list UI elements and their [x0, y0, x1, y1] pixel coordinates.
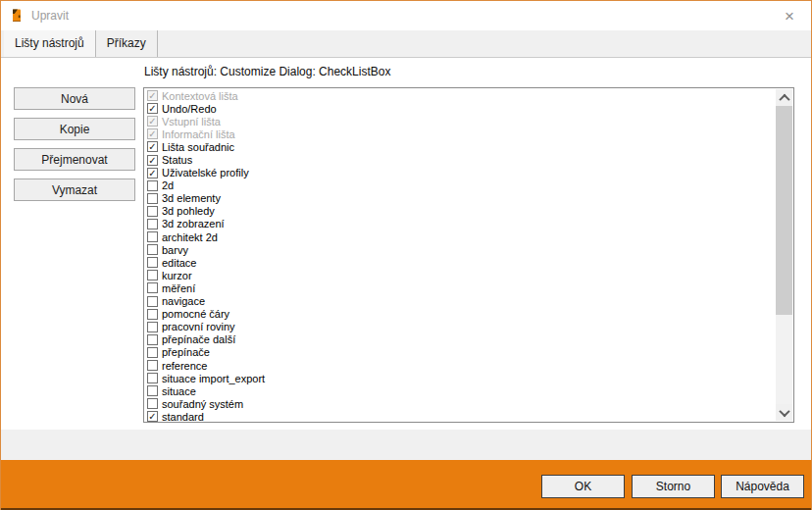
checklist-item[interactable]: situace — [144, 384, 776, 397]
checklist-item-label: přepínače další — [162, 333, 235, 345]
checklist-item[interactable]: ✓ Undo/Redo — [144, 102, 776, 115]
checklist-item-label: 2d — [162, 179, 174, 191]
checklist-item-label: měření — [162, 282, 195, 294]
help-button[interactable]: Nápověda — [721, 475, 804, 498]
footer-bar: OK Storno Nápověda — [1, 460, 811, 510]
checklist-item-label: editace — [162, 257, 196, 269]
delete-button[interactable]: Vymazat — [14, 178, 135, 201]
checklist-item[interactable]: pomocné čáry — [144, 308, 776, 321]
checklist-caption: Lišty nástrojů: Customize Dialog: CheckL… — [144, 65, 390, 78]
footer-spacer — [1, 430, 811, 460]
checkbox[interactable] — [147, 180, 158, 191]
checklist-rows: ✓ Kontextová lišta ✓ Undo/Redo ✓ Vstupní… — [144, 89, 776, 423]
checkbox[interactable]: ✓ — [147, 168, 158, 178]
checkbox[interactable]: ✓ — [147, 128, 158, 139]
checklist-item-label: souřadný systém — [162, 398, 243, 410]
checklist-item-label: standard — [162, 411, 204, 423]
checkbox[interactable]: ✓ — [147, 90, 158, 101]
scrollbar[interactable] — [776, 89, 792, 421]
checklist-item[interactable]: ✓ standard — [144, 410, 776, 423]
checklist: ✓ Kontextová lišta ✓ Undo/Redo ✓ Vstupní… — [143, 87, 794, 423]
chevron-up-icon — [779, 93, 789, 104]
checklist-item-label: Kontextová lišta — [162, 90, 238, 102]
checklist-item-label: Vstupní lišta — [162, 116, 221, 128]
dialog-window: Upravit × Lišty nástrojů Příkazy Lišty n… — [0, 0, 812, 510]
checkbox[interactable] — [147, 270, 158, 280]
checkbox[interactable] — [147, 282, 158, 293]
checkbox[interactable] — [147, 231, 158, 242]
checkbox[interactable] — [147, 398, 158, 409]
checklist-item[interactable]: navigace — [144, 295, 776, 308]
checkbox[interactable] — [147, 373, 158, 383]
checklist-item[interactable]: ✓ Kontextová lišta — [144, 89, 776, 102]
checklist-item[interactable]: pracovní roviny — [144, 321, 776, 333]
checkbox[interactable]: ✓ — [147, 411, 158, 422]
checklist-item[interactable]: 3d elementy — [144, 192, 776, 205]
checklist-item[interactable]: přepínače — [144, 346, 776, 359]
checklist-item[interactable]: reference — [144, 359, 776, 372]
checklist-item-label: situace import_export — [162, 373, 265, 384]
checklist-item-label: kurzor — [162, 270, 192, 281]
checklist-item-label: 3d elementy — [162, 192, 221, 204]
checkbox[interactable] — [147, 334, 158, 345]
checkbox[interactable] — [147, 322, 158, 332]
scroll-down-button[interactable] — [776, 404, 792, 421]
window-title: Upravit — [31, 9, 69, 23]
checklist-item-label: 3d pohledy — [162, 205, 215, 217]
tabstrip: Lišty nástrojů Příkazy — [1, 30, 811, 58]
checklist-item[interactable]: ✓ Vstupní lišta — [144, 115, 776, 128]
checkbox[interactable] — [147, 296, 158, 307]
checklist-item-label: pracovní roviny — [162, 321, 235, 332]
checkbox[interactable] — [147, 206, 158, 217]
checkbox[interactable]: ✓ — [147, 116, 158, 127]
checkbox[interactable] — [147, 360, 158, 371]
checkbox[interactable] — [147, 385, 158, 396]
scroll-up-button[interactable] — [776, 89, 792, 106]
ok-button[interactable]: OK — [541, 475, 625, 498]
app-icon — [9, 8, 25, 24]
checklist-item-label: pomocné čáry — [162, 308, 229, 320]
rename-button[interactable]: Přejmenovat — [14, 148, 135, 171]
checklist-item[interactable]: 2d — [144, 179, 776, 192]
cancel-button[interactable]: Storno — [632, 475, 715, 498]
chevron-down-icon — [779, 405, 789, 416]
tab-toolbars[interactable]: Lišty nástrojů — [4, 30, 96, 57]
checklist-item-label: Lišta souřadnic — [162, 141, 234, 153]
checkbox[interactable] — [147, 219, 158, 230]
checklist-item[interactable]: souřadný systém — [144, 397, 776, 410]
checklist-item[interactable]: situace import_export — [144, 372, 776, 384]
checkbox[interactable]: ✓ — [147, 155, 158, 166]
checklist-item[interactable]: 3d zobrazení — [144, 218, 776, 230]
checklist-item[interactable]: editace — [144, 256, 776, 269]
close-icon[interactable]: × — [768, 1, 811, 30]
titlebar: Upravit × — [1, 1, 811, 30]
checkbox[interactable] — [147, 244, 158, 255]
checkbox[interactable] — [147, 193, 158, 204]
checklist-item[interactable]: kurzor — [144, 269, 776, 281]
checklist-item-label: situace — [162, 385, 196, 397]
checklist-item[interactable]: měření — [144, 281, 776, 294]
checklist-item-label: barvy — [162, 244, 188, 256]
checklist-item[interactable]: ✓ Lišta souřadnic — [144, 140, 776, 153]
checklist-item[interactable]: přepínače další — [144, 333, 776, 346]
checklist-item[interactable]: 3d pohledy — [144, 205, 776, 218]
checklist-item-label: 3d zobrazení — [162, 218, 225, 230]
checklist-item[interactable]: barvy — [144, 243, 776, 256]
copy-button[interactable]: Kopie — [14, 118, 135, 140]
checklist-item-label: Status — [162, 154, 192, 166]
new-button[interactable]: Nová — [14, 87, 135, 110]
checkbox[interactable] — [147, 257, 158, 268]
checklist-item[interactable]: ✓ Informační lišta — [144, 128, 776, 140]
checkbox[interactable] — [147, 309, 158, 320]
checklist-item[interactable]: ✓ Status — [144, 153, 776, 166]
checklist-item-label: Uživatelské profily — [162, 167, 249, 178]
checkbox[interactable]: ✓ — [147, 141, 158, 152]
checkbox[interactable]: ✓ — [147, 103, 158, 114]
checklist-item-label: architekt 2d — [162, 231, 218, 243]
checklist-item[interactable]: ✓ Uživatelské profily — [144, 167, 776, 179]
checkbox[interactable] — [147, 347, 158, 358]
checklist-item-label: přepínače — [162, 346, 210, 358]
tab-commands[interactable]: Příkazy — [96, 30, 158, 57]
checklist-item[interactable]: architekt 2d — [144, 230, 776, 243]
scrollbar-thumb[interactable] — [776, 106, 792, 315]
